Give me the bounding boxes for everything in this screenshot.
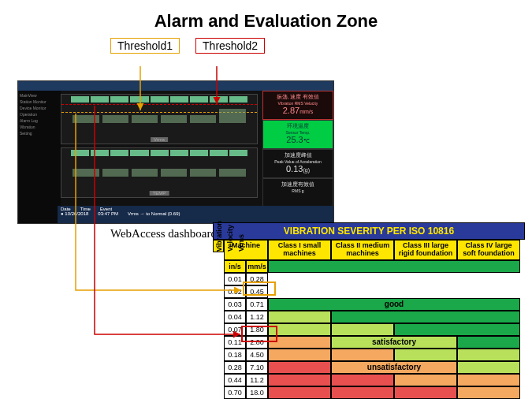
dashboard-caption: WebAccess dashboard [110,227,217,241]
page-title: Alarm and Evaluation Zone [0,11,532,32]
threshold1-highlight [243,282,276,296]
iso-header: VIBRATION SEVERITY PER ISO 10816 [213,222,525,240]
dashboard-sidebar: MainView Station Monitor Device Monitor … [18,91,61,223]
vrms-chart: Vrms [61,94,258,144]
threshold-labels: Threshold1 Threshold2 [110,38,532,54]
threshold1-label: Threshold1 [110,38,180,54]
threshold2-label: Threshold2 [195,38,265,54]
temp-chart: TEMP [61,147,258,198]
threshold2-highlight [241,326,277,342]
dashboard-bottombar: DateTimeEvent ● 10/26/201803:47 PMVrms →… [58,206,333,223]
dashboard-right-panel: 振荡, 速度 有效值Vibration RMS Velocity2.87mm/s… [262,91,333,207]
iso-10816-table: VIBRATION SEVERITY PER ISO 10816 Vibrati… [213,222,525,399]
webaccess-dashboard-screenshot: MainView Station Monitor Device Monitor … [17,80,334,224]
vibration-axis-label: Vibration Velocity Vrms [213,240,224,252]
